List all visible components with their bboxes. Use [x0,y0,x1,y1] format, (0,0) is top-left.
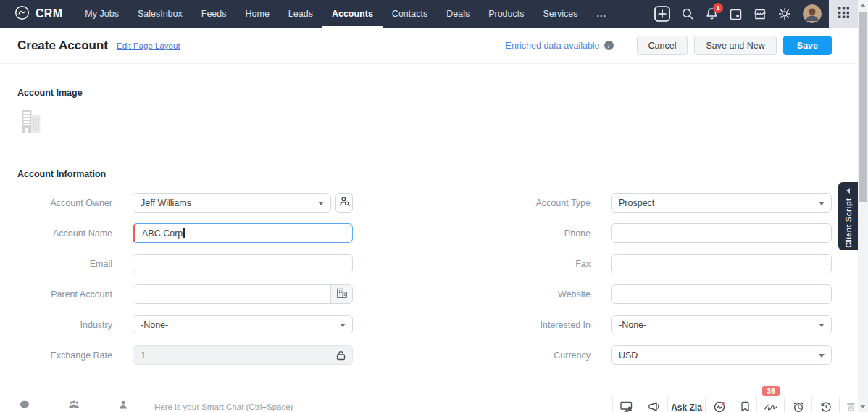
label-fax: Fax [478,259,591,269]
apps-grid-button[interactable] [829,0,858,28]
owner-lookup-button[interactable] [335,193,353,213]
history-button[interactable] [811,397,839,412]
nav-item-home[interactable]: Home [236,0,279,28]
interested-in-select[interactable]: -None- [611,315,832,334]
interested-in-value: -None- [619,320,646,330]
ask-zia-button[interactable]: Ask Zia [667,397,705,412]
channels-tab[interactable]: Channels [49,397,99,412]
account-name-value: ABC Corp [142,228,183,239]
scrollbar-thumb[interactable] [859,12,867,202]
bottom-right-tools: Ask Zia [612,397,868,412]
parent-account-input[interactable] [133,285,330,303]
row-industry: Industry -None- [0,315,353,334]
row-website: Website [478,284,832,304]
screen-share-button[interactable] [612,397,640,412]
label-phone: Phone [478,228,591,239]
search-icon[interactable] [682,8,694,20]
bookmark-button[interactable] [733,397,756,412]
chevron-down-icon [819,324,825,327]
cancel-button[interactable]: Cancel [637,36,688,55]
currency-value: USD [619,350,638,360]
fax-input[interactable] [611,254,832,273]
row-parent-account: Parent Account [0,284,353,304]
scroll-down-arrow[interactable] [860,405,866,408]
zia-insights-icon [714,401,725,412]
phone-input[interactable] [611,223,832,243]
smart-chat-input[interactable]: Here is your Smart Chat (Ctrl+Space) [154,403,560,411]
nav-item-leads[interactable]: Leads [279,0,322,28]
client-script-tab[interactable]: Client Script [838,182,858,250]
row-fax: Fax [478,254,832,273]
contacts-tab[interactable]: Contacts [99,397,148,412]
lock-icon [336,350,346,363]
marketplace-icon[interactable] [754,8,767,20]
label-account-name: Account Name [0,228,112,239]
chat-bubble-icon [20,399,30,412]
label-account-owner: Account Owner [0,198,112,208]
account-name-input[interactable]: ABC Corp [133,223,353,243]
zia-insights-button[interactable] [705,397,733,412]
bookmark-icon [740,401,750,412]
exchange-rate-field: 1 [133,345,353,365]
label-exchange-rate: Exchange Rate [0,350,112,360]
gear-icon[interactable] [778,7,791,20]
save-button[interactable]: Save [783,36,832,55]
org-lookup-icon [336,288,348,301]
nav-item-my-jobs[interactable]: My Jobs [75,0,128,28]
edit-page-layout-link[interactable]: Edit Page Layout [117,41,180,50]
row-email: Email [0,254,353,273]
calendar-icon[interactable] [730,8,742,20]
chats-tab[interactable]: Chats [0,397,49,412]
quick-create-icon[interactable] [654,6,670,22]
user-lookup-icon [339,196,350,210]
website-input[interactable] [611,284,832,304]
zia-signature-icon [764,401,778,412]
nav-menu: My Jobs SalesInbox Feeds Home Leads Acco… [75,0,616,28]
nav-item-salesinbox[interactable]: SalesInbox [128,0,192,28]
user-avatar[interactable] [803,4,822,23]
parent-account-field [133,284,353,304]
ask-zia-label: Ask Zia [671,403,702,412]
crm-logo[interactable]: CRM [0,5,75,23]
industry-select[interactable]: -None- [133,315,353,334]
email-input[interactable] [133,254,353,273]
row-currency: Currency USD [478,345,832,365]
nav-item-contacts[interactable]: Contacts [383,0,437,28]
nav-item-products[interactable]: Products [479,0,533,28]
building-placeholder-icon [20,125,43,138]
row-exchange-rate: Exchange Rate 1 [0,345,353,365]
bottom-bar: 36 Chats Channels Contacts H [0,397,858,412]
account-owner-value: Jeff Williams [141,198,191,208]
chat-tabs: Chats Channels Contacts [0,397,148,412]
zoho-one-logo-icon [14,5,30,23]
nav-item-feeds[interactable]: Feeds [192,0,236,28]
enriched-data-link[interactable]: Enriched data available i [506,41,614,51]
label-website: Website [478,289,591,300]
nav-item-services[interactable]: Services [534,0,588,28]
parent-account-lookup-button[interactable] [330,285,352,303]
zia-button[interactable] [756,397,784,412]
announcements-button[interactable] [640,397,667,412]
apps-grid-icon [838,7,849,21]
account-owner-select[interactable]: Jeff Williams [133,193,331,213]
nav-item-accounts[interactable]: Accounts [322,0,383,28]
row-account-type: Account Type Prospect [478,193,832,213]
row-account-owner: Account Owner Jeff Williams [0,193,353,213]
account-type-select[interactable]: Prospect [611,193,832,213]
reminders-button[interactable] [784,397,811,412]
create-account-page: CRM My Jobs SalesInbox Feeds Home Leads … [0,0,868,412]
scroll-up-arrow[interactable] [860,4,866,7]
enriched-data-label: Enriched data available [506,41,600,51]
bell-icon[interactable]: 1 [706,7,718,20]
account-image-upload[interactable] [20,109,43,139]
label-industry: Industry [0,320,112,330]
megaphone-icon [648,401,660,412]
chevron-down-icon [819,354,825,358]
channels-icon [68,399,80,412]
nav-item-more[interactable]: ... [587,0,615,28]
divider [149,397,149,412]
save-and-new-button[interactable]: Save and New [694,36,776,55]
account-type-value: Prospect [619,198,654,208]
nav-item-deals[interactable]: Deals [437,0,479,28]
currency-select[interactable]: USD [611,345,832,365]
